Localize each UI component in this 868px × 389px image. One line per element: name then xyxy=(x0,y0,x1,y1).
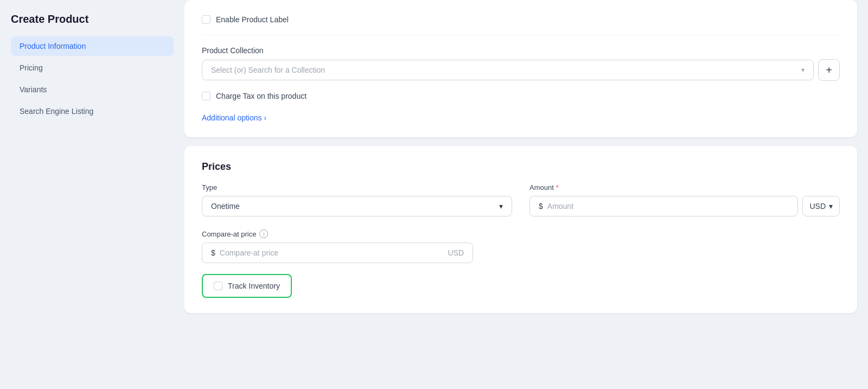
sidebar-item-pricing[interactable]: Pricing xyxy=(11,58,174,78)
type-select[interactable]: Onetime ▾ xyxy=(202,196,512,216)
type-label: Type xyxy=(202,183,512,192)
compare-dollar-sign: $ xyxy=(211,248,215,257)
amount-input[interactable]: $ Amount xyxy=(529,196,798,216)
compare-label-row: Compare-at price i xyxy=(202,229,840,238)
product-collection-card: Enable Product Label Product Collection … xyxy=(184,0,857,137)
type-value: Onetime xyxy=(211,202,240,211)
type-chevron-icon: ▾ xyxy=(499,202,503,211)
track-inventory-wrapper[interactable]: Track Inventory xyxy=(202,274,292,298)
compare-at-price-section: Compare-at price i $ Compare-at price US… xyxy=(202,229,840,263)
collection-add-button[interactable]: + xyxy=(818,59,840,81)
enable-product-label-row: Enable Product Label xyxy=(202,15,840,35)
chevron-down-icon: ▾ xyxy=(801,66,805,74)
app-title: Create Product xyxy=(11,13,174,25)
collection-select-dropdown[interactable]: Select (or) Search for a Collection ▾ xyxy=(202,60,814,80)
enable-product-label-text: Enable Product Label xyxy=(216,15,289,24)
amount-input-wrapper: $ Amount USD ▾ xyxy=(529,196,840,216)
dollar-sign: $ xyxy=(539,202,543,211)
amount-label: Amount * xyxy=(529,183,840,192)
sidebar-nav: Product Information Pricing Variants Sea… xyxy=(11,36,174,121)
amount-required-star: * xyxy=(556,183,559,192)
sidebar-item-product-information[interactable]: Product Information xyxy=(11,36,174,56)
track-inventory-label: Track Inventory xyxy=(228,282,280,290)
prices-card: Prices Type Onetime ▾ Amount * xyxy=(184,146,857,313)
additional-options-link[interactable]: Additional options › xyxy=(202,113,266,122)
amount-placeholder: Amount xyxy=(547,202,573,211)
compare-label-text: Compare-at price xyxy=(202,230,256,238)
currency-value: USD xyxy=(809,202,826,211)
compare-input-inner: $ Compare-at price xyxy=(211,248,278,257)
type-field: Type Onetime ▾ xyxy=(202,183,512,216)
currency-chevron-icon: ▾ xyxy=(829,202,833,211)
amount-field: Amount * $ Amount USD ▾ xyxy=(529,183,840,216)
sidebar: Create Product Product Information Prici… xyxy=(0,0,184,389)
main-content: Enable Product Label Product Collection … xyxy=(184,0,868,389)
charge-tax-row: Charge Tax on this product xyxy=(202,92,840,100)
sidebar-item-variants[interactable]: Variants xyxy=(11,80,174,99)
enable-product-label-checkbox[interactable] xyxy=(202,15,210,24)
product-collection-label: Product Collection xyxy=(202,46,840,55)
collection-select-placeholder: Select (or) Search for a Collection xyxy=(211,66,325,74)
sidebar-item-search-engine-listing[interactable]: Search Engine Listing xyxy=(11,101,174,121)
additional-options-text: Additional options xyxy=(202,113,262,122)
compare-info-icon[interactable]: i xyxy=(259,229,268,238)
compare-currency: USD xyxy=(448,248,464,257)
charge-tax-label: Charge Tax on this product xyxy=(216,92,307,100)
compare-at-price-input[interactable]: $ Compare-at price USD xyxy=(202,243,473,263)
compare-placeholder: Compare-at price xyxy=(220,248,278,257)
track-inventory-checkbox[interactable] xyxy=(214,282,222,290)
prices-title: Prices xyxy=(202,161,840,173)
charge-tax-checkbox[interactable] xyxy=(202,92,210,100)
type-amount-row: Type Onetime ▾ Amount * $ Amount xyxy=(202,183,840,216)
currency-select[interactable]: USD ▾ xyxy=(802,196,840,216)
collection-select-wrapper: Select (or) Search for a Collection ▾ + xyxy=(202,59,840,81)
chevron-right-icon: › xyxy=(264,113,267,122)
